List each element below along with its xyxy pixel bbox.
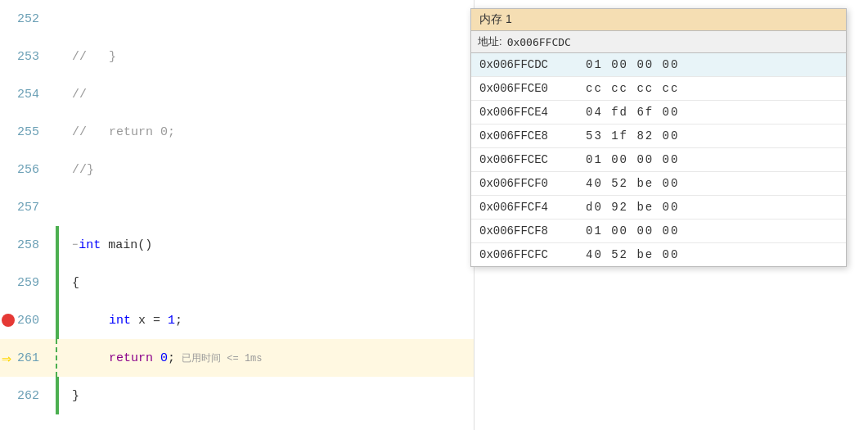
collapse-icon-258[interactable]: − [72, 239, 78, 251]
mem-bytes-3: 53 1f 82 00 [578, 124, 846, 148]
comment-256: //} [72, 163, 94, 177]
comment-255: // return 0; [72, 125, 175, 139]
memory-address-value: 0x006FFCDC [507, 36, 571, 48]
code-row-255: 255 // return 0; [0, 113, 474, 151]
code-content-258: −int main() [65, 238, 474, 252]
mem-bytes-6: d0 92 be 00 [578, 196, 846, 220]
code-content-261: return 0; 已用时间 <= 1ms [65, 351, 474, 365]
num-0-261: 0 [160, 351, 168, 365]
mem-bytes-0: 01 00 00 00 [578, 53, 846, 77]
green-bar-dashed-261 [56, 339, 57, 377]
code-row-252: 252 [0, 0, 474, 38]
code-row-253: 253 // } [0, 38, 474, 75]
code-area: 252 253 // } 254 // [0, 0, 474, 430]
code-row-262: 262 } [0, 377, 474, 414]
code-row-257: 257 [0, 188, 474, 226]
mem-bytes-1: cc cc cc cc [578, 77, 846, 101]
code-editor-panel: 252 253 // } 254 // [0, 0, 474, 430]
code-row-256: 256 //} [0, 151, 474, 188]
text-260: x = [131, 314, 168, 328]
line-num-258: 258 [0, 238, 49, 252]
line-num-256: 256 [0, 163, 49, 177]
code-row-254: 254 // [0, 75, 474, 113]
line-num-255: 255 [0, 125, 49, 139]
brace-close-262: } [72, 389, 79, 403]
mem-addr-5: 0x006FFCF0 [471, 172, 578, 196]
text-258: main() [101, 238, 152, 252]
indent-260 [72, 314, 109, 328]
indent-261 [72, 351, 109, 365]
comment-254: // [72, 88, 87, 102]
kw-int-260: int [109, 314, 131, 328]
memory-address-label: 地址: [478, 34, 502, 49]
code-content-253: // } [65, 50, 474, 64]
mem-addr-8: 0x006FFCFC [471, 243, 578, 267]
main-container: 252 253 // } 254 // [0, 0, 868, 430]
comment-253: // } [72, 50, 116, 64]
mem-addr-3: 0x006FFCE8 [471, 124, 578, 148]
semi-261: ; [168, 351, 175, 365]
mem-addr-2: 0x006FFCE4 [471, 101, 578, 124]
memory-row: 0x006FFCF4 d0 92 be 00 [471, 196, 846, 220]
code-content-254: // [65, 88, 474, 102]
memory-row: 0x006FFCEC 01 00 00 00 [471, 148, 846, 172]
num-1-260: 1 [168, 314, 175, 328]
memory-row: 0x006FFCFC 40 52 be 00 [471, 243, 846, 267]
memory-row: 0x006FFCE0 cc cc cc cc [471, 77, 846, 101]
line-num-257: 257 [0, 201, 49, 215]
memory-address-bar: 地址: 0x006FFCDC [471, 31, 846, 53]
memory-title: 内存 1 [479, 12, 512, 25]
code-content-259: { [65, 276, 474, 290]
mem-addr-1: 0x006FFCE0 [471, 77, 578, 101]
code-content-255: // return 0; [65, 125, 474, 139]
code-row-259: 259 { [0, 264, 474, 301]
code-row-258: 258 −int main() [0, 226, 474, 264]
line-num-253: 253 [0, 50, 49, 64]
brace-open-259: { [72, 276, 79, 290]
memory-row: 0x006FFCF8 01 00 00 00 [471, 220, 846, 243]
kw-return-261: return [109, 351, 153, 365]
breakpoint-260 [2, 314, 15, 327]
mem-bytes-7: 01 00 00 00 [578, 220, 846, 243]
memory-row: 0x006FFCF0 40 52 be 00 [471, 172, 846, 196]
green-bar-259 [56, 264, 59, 301]
mem-bytes-8: 40 52 be 00 [578, 243, 846, 267]
green-bar-258 [56, 226, 59, 264]
mem-addr-7: 0x006FFCF8 [471, 220, 578, 243]
code-content-262: } [65, 389, 474, 403]
memory-row: 0x006FFCDC 01 00 00 00 [471, 53, 846, 77]
space-261 [153, 351, 160, 365]
kw-int-258: int [79, 238, 101, 252]
code-row-261: ⇒ 261 return 0; 已用时间 <= 1ms [0, 339, 474, 377]
mem-bytes-4: 01 00 00 00 [578, 148, 846, 172]
mem-addr-4: 0x006FFCEC [471, 148, 578, 172]
memory-title-bar: 内存 1 [471, 9, 846, 31]
memory-row: 0x006FFCE4 04 fd 6f 00 [471, 101, 846, 124]
code-row-260: 260 int x = 1; [0, 301, 474, 339]
memory-panel: 内存 1 地址: 0x006FFCDC 0x006FFCDC 01 00 00 … [470, 8, 847, 267]
mem-bytes-2: 04 fd 6f 00 [578, 101, 846, 124]
memory-table: 0x006FFCDC 01 00 00 00 0x006FFCE0 cc cc … [471, 53, 846, 266]
arrow-indicator-261: ⇒ [2, 348, 11, 369]
time-badge-261: 已用时间 <= 1ms [182, 351, 262, 365]
memory-row: 0x006FFCE8 53 1f 82 00 [471, 124, 846, 148]
mem-addr-6: 0x006FFCF4 [471, 196, 578, 220]
mem-bytes-5: 40 52 be 00 [578, 172, 846, 196]
line-num-254: 254 [0, 88, 49, 102]
semi-260: ; [175, 314, 182, 328]
code-content-256: //} [65, 163, 474, 177]
line-num-252: 252 [0, 12, 49, 26]
code-content-260: int x = 1; [65, 314, 474, 328]
mem-addr-0: 0x006FFCDC [471, 53, 578, 77]
line-num-259: 259 [0, 276, 49, 290]
green-bar-262 [56, 377, 59, 414]
line-num-262: 262 [0, 389, 49, 403]
green-bar-260 [56, 301, 59, 339]
